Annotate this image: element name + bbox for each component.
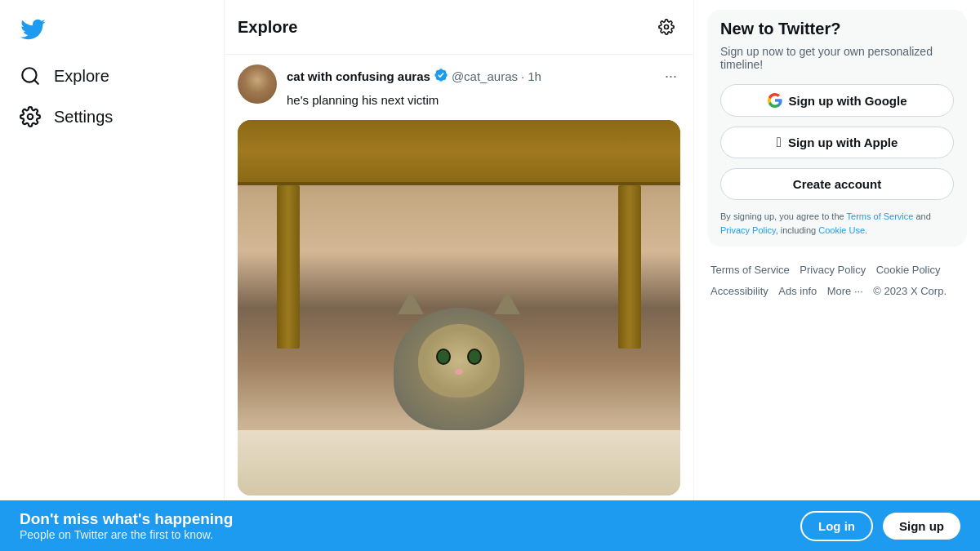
- tweet-time: 1h: [528, 69, 541, 83]
- footer-more-link[interactable]: More ···: [827, 285, 863, 297]
- ntt-subtitle: Sign up now to get your own personalized…: [720, 45, 954, 71]
- table-top: [238, 120, 680, 185]
- banner-signup-button[interactable]: Sign up: [883, 513, 960, 540]
- ntt-title: New to Twitter?: [720, 20, 954, 38]
- apple-signup-label: Sign up with Apple: [788, 136, 898, 149]
- bottom-banner: Don't miss what's happening People on Tw…: [0, 500, 980, 551]
- create-account-button[interactable]: Create account: [720, 168, 954, 200]
- footer-privacy-link[interactable]: Privacy Policy: [800, 264, 866, 276]
- cookie-use-link[interactable]: Cookie Use: [818, 225, 865, 235]
- cat-fur: [394, 308, 524, 430]
- create-account-label: Create account: [793, 177, 881, 191]
- explore-settings-button[interactable]: [653, 13, 680, 41]
- sidebar-item-explore-label: Explore: [54, 67, 109, 86]
- cat-eye-left: [436, 349, 451, 365]
- tweet-meta: cat with confusing auras @cat_auras · 1h…: [287, 64, 680, 120]
- banner-text: Don't miss what's happening People on Tw…: [20, 510, 233, 541]
- apple-signup-button[interactable]:  Sign up with Apple: [720, 127, 954, 158]
- privacy-policy-link[interactable]: Privacy Policy: [720, 225, 776, 235]
- tweet-author-row: cat with confusing auras @cat_auras · 1h…: [287, 64, 680, 88]
- search-icon: [20, 65, 41, 87]
- right-sidebar: New to Twitter? Sign up now to get your …: [694, 0, 980, 500]
- twitter-bird-icon: [20, 16, 46, 42]
- page-title: Explore: [238, 18, 297, 37]
- twitter-logo[interactable]: [10, 7, 214, 52]
- banner-login-button[interactable]: Log in: [800, 511, 873, 541]
- footer-cookie-link[interactable]: Cookie Policy: [876, 264, 941, 276]
- banner-subtitle: People on Twitter are the first to know.: [20, 528, 233, 541]
- sidebar-item-settings-label: Settings: [54, 108, 113, 127]
- tweet-text: he's planning his next victim: [287, 91, 680, 110]
- google-signup-label: Sign up with Google: [789, 94, 907, 108]
- settings-cog-icon: [658, 19, 675, 35]
- cat-eye-right: [467, 349, 482, 365]
- footer-copyright: © 2023 X Corp.: [873, 285, 947, 297]
- svg-point-3: [665, 25, 669, 29]
- cat-ear-right: [494, 291, 520, 314]
- table-leg-left: [277, 185, 300, 349]
- banner-buttons: Log in Sign up: [800, 511, 960, 541]
- tweet: cat with confusing auras @cat_auras · 1h…: [225, 55, 693, 500]
- google-signup-button[interactable]: Sign up with Google: [720, 84, 954, 117]
- svg-line-1: [34, 80, 38, 84]
- gear-icon: [20, 106, 41, 127]
- tweet-author-name[interactable]: cat with confusing auras: [287, 69, 430, 83]
- banner-title: Don't miss what's happening: [20, 510, 233, 528]
- new-to-twitter-panel: New to Twitter? Sign up now to get your …: [707, 10, 967, 247]
- terms-of-service-link[interactable]: Terms of Service: [847, 211, 914, 221]
- svg-point-2: [28, 114, 33, 120]
- footer-accessibility-link[interactable]: Accessibility: [710, 285, 768, 297]
- cat-nose: [455, 369, 463, 375]
- google-icon: [768, 93, 782, 108]
- verified-badge-icon: [434, 68, 448, 86]
- tweet-dot: ·: [521, 69, 524, 83]
- avatar[interactable]: [238, 64, 277, 104]
- explore-header: Explore: [225, 0, 693, 55]
- signup-terms: By signing up, you agree to the Terms of…: [720, 210, 954, 237]
- footer-terms-link[interactable]: Terms of Service: [710, 264, 790, 276]
- center-column: Explore cat with confusing auras: [225, 0, 694, 500]
- sidebar-item-settings[interactable]: Settings: [10, 96, 214, 137]
- cat-face: [418, 324, 500, 398]
- sidebar: Explore Settings: [0, 0, 225, 500]
- cat-photo: [238, 120, 680, 495]
- table-leg-right: [618, 185, 641, 349]
- tweet-image: [238, 120, 680, 495]
- footer-links: Terms of Service Privacy Policy Cookie P…: [707, 260, 967, 302]
- tweet-header: cat with confusing auras @cat_auras · 1h…: [238, 64, 680, 120]
- footer-ads-link[interactable]: Ads info: [778, 285, 817, 297]
- tweet-handle: @cat_auras: [452, 69, 518, 83]
- cat-body: [394, 308, 524, 455]
- apple-icon: : [777, 136, 782, 149]
- tweet-more-button[interactable]: ···: [662, 64, 680, 88]
- sidebar-item-explore[interactable]: Explore: [10, 56, 214, 96]
- cat-ear-left: [398, 291, 424, 314]
